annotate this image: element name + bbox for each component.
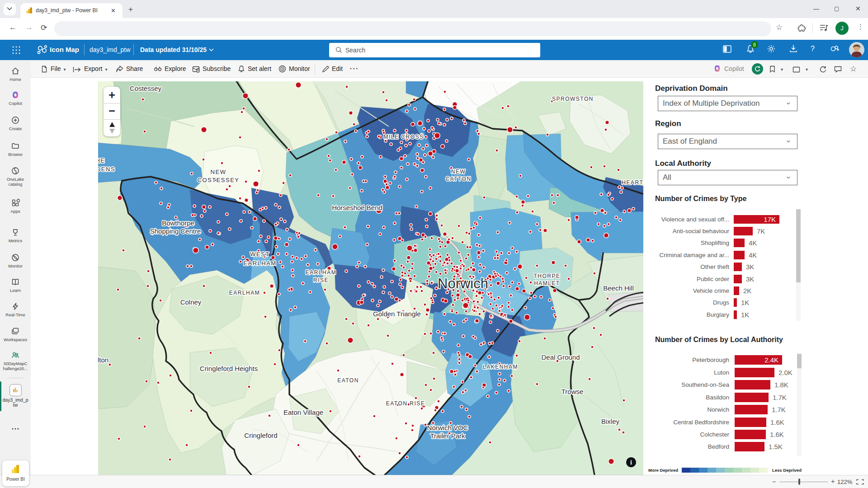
- svg-text:lton: lton: [98, 356, 108, 364]
- svg-text:RISE: RISE: [313, 277, 329, 283]
- svg-text:Bixley: Bixley: [601, 418, 620, 425]
- svg-text:THORPE: THORPE: [533, 273, 560, 279]
- svg-text:EATON RISE: EATON RISE: [386, 400, 425, 407]
- svg-text:CATTON: CATTON: [445, 176, 471, 182]
- svg-text:Beech Hill: Beech Hill: [603, 284, 634, 292]
- svg-text:EARLHAM: EARLHAM: [306, 269, 337, 276]
- svg-text:HEARTS: HEARTS: [622, 179, 643, 186]
- svg-text:EATON: EATON: [337, 377, 359, 384]
- svg-text:NEW: NEW: [451, 169, 466, 175]
- svg-text:i: i: [630, 459, 632, 466]
- svg-text:Norwich VOC: Norwich VOC: [427, 424, 468, 432]
- svg-text:Horseshoe Bend: Horseshoe Bend: [332, 204, 382, 211]
- svg-text:COSTESSEY: COSTESSEY: [198, 177, 240, 183]
- svg-text:Eaton Village: Eaton Village: [283, 408, 323, 416]
- svg-text:SPROWSTON: SPROWSTON: [552, 96, 594, 102]
- svg-text:Bowthorpe: Bowthorpe: [162, 219, 194, 227]
- svg-text:Deal Ground: Deal Ground: [541, 353, 580, 361]
- svg-text:Costessey: Costessey: [130, 84, 162, 92]
- svg-text:Cringleford Heights: Cringleford Heights: [200, 365, 258, 372]
- svg-text:EARLHAM: EARLHAM: [243, 260, 276, 267]
- svg-text:Norwich: Norwich: [438, 276, 488, 291]
- svg-text:HE: HE: [98, 157, 105, 164]
- svg-text:MILE CROSS: MILE CROSS: [383, 134, 424, 140]
- svg-text:WEST: WEST: [250, 251, 270, 258]
- svg-text:LAKENHAM: LAKENHAM: [483, 364, 518, 370]
- svg-text:NEW: NEW: [211, 169, 226, 175]
- svg-text:Cringleford: Cringleford: [244, 432, 277, 439]
- svg-text:Colney: Colney: [180, 298, 202, 306]
- svg-text:'DENS: 'DENS: [98, 166, 115, 173]
- svg-text:HAMLET: HAMLET: [534, 280, 560, 286]
- svg-text:Golden Triangle: Golden Triangle: [373, 310, 421, 318]
- svg-text:Trowse: Trowse: [561, 388, 584, 395]
- svg-text:Trailer Park: Trailer Park: [430, 432, 465, 440]
- svg-text:EARLHAM: EARLHAM: [229, 290, 260, 296]
- svg-text:Shopping Centre: Shopping Centre: [150, 227, 201, 235]
